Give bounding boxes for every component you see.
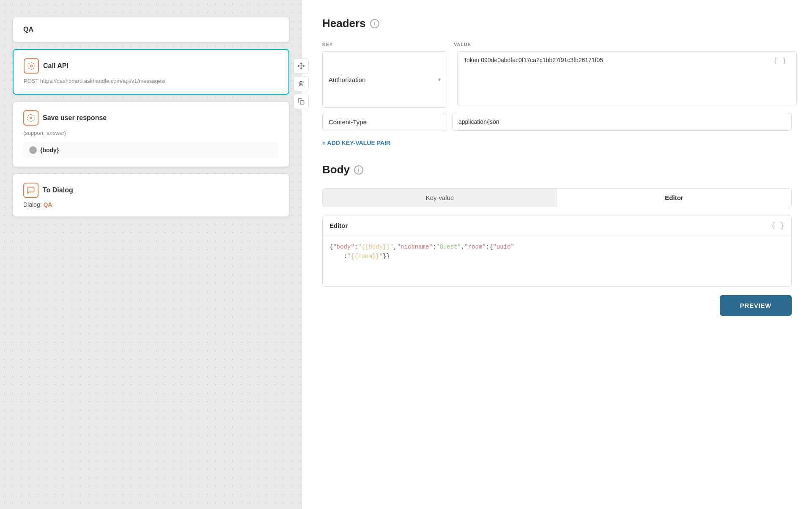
tab-key-value[interactable]: Key-value [323, 189, 557, 207]
svg-rect-1 [300, 101, 304, 104]
call-api-card[interactable]: Call API POST https://dashboard.askhandl… [13, 49, 289, 95]
authorization-value-input[interactable]: Token 090de0abdfec0f17ca2c1bb27f91c3fb26… [457, 51, 797, 106]
editor-section: Editor { } {"body":"{{body}}","nickname"… [322, 216, 792, 287]
headers-info-icon[interactable]: i [370, 19, 379, 28]
authorization-chevron-icon: ▾ [438, 77, 441, 82]
call-api-header: Call API [24, 58, 278, 74]
svg-point-0 [30, 65, 33, 67]
variable-tag: {support_answer} [23, 130, 279, 136]
editor-body[interactable]: {"body":"{{body}}","nickname":"Guest","r… [323, 235, 791, 286]
content-type-value-container [452, 113, 792, 131]
body-section-title: Body i [322, 163, 792, 176]
save-response-icon [23, 110, 38, 126]
value-label: VALUE [447, 42, 792, 47]
to-dialog-header: To Dialog [23, 183, 279, 198]
save-user-response-title: Save user response [43, 114, 107, 122]
save-user-response-card[interactable]: Save user response {support_answer} {bod… [13, 101, 289, 167]
add-key-value-button[interactable]: + ADD KEY-VALUE PAIR [322, 140, 390, 146]
body-info-icon[interactable]: i [354, 165, 363, 175]
call-api-icon [24, 58, 39, 74]
body-section: Body i Key-value Editor Editor { } {"bod… [322, 163, 792, 316]
delete-button[interactable] [294, 76, 309, 91]
header-row-content-type: Content-Type [322, 113, 792, 131]
code-line-1: {"body":"{{body}}","nickname":"Guest","r… [329, 242, 785, 252]
headers-labels: KEY VALUE [322, 42, 792, 47]
dialog-info: Dialog: QA [23, 201, 279, 208]
header-row-authorization: Authorization ▾ Token 090de0abdfec0f17ca… [322, 51, 792, 108]
editor-title: Editor [329, 222, 348, 229]
authorization-value-container: Token 090de0abdfec0f17ca2c1bb27f91c3fb26… [452, 51, 792, 108]
left-panel: QA Call API POST https://dashboard.askha… [0, 0, 302, 509]
save-user-response-header: Save user response [23, 110, 279, 126]
authorization-key-select[interactable]: Authorization ▾ [322, 51, 447, 108]
content-type-key-label: Content-Type [329, 118, 367, 126]
body-variable: {body} [23, 142, 279, 158]
headers-section-title: Headers i [322, 17, 792, 30]
authorization-curly-icon[interactable]: { } [773, 56, 787, 65]
dialog-label-text: Dialog: [23, 201, 42, 208]
content-type-value-input[interactable] [452, 113, 792, 131]
code-line-2: :"{{room}}"}} [329, 252, 785, 261]
tab-editor[interactable]: Editor [557, 189, 791, 207]
editor-header: Editor { } [323, 216, 791, 235]
editor-curly-icon[interactable]: { } [771, 221, 785, 230]
call-api-subtitle: POST https://dashboard.askhandle.com/api… [24, 77, 278, 85]
dialog-link[interactable]: QA [43, 201, 52, 208]
authorization-key-label: Authorization [329, 76, 366, 83]
qa-card-title: QA [23, 26, 279, 33]
body-variable-text: {body} [40, 147, 59, 153]
key-label: KEY [322, 42, 447, 47]
card-actions [294, 58, 309, 109]
preview-button[interactable]: PREVIEW [720, 295, 792, 316]
body-variable-dot [29, 146, 37, 154]
right-panel: Headers i KEY VALUE Authorization ▾ Toke… [302, 0, 812, 509]
to-dialog-title: To Dialog [43, 186, 73, 194]
move-button[interactable] [294, 58, 309, 74]
qa-card[interactable]: QA [13, 17, 289, 42]
body-tabs: Key-value Editor [322, 188, 792, 207]
to-dialog-icon [23, 183, 38, 198]
content-type-key-select[interactable]: Content-Type [322, 113, 447, 131]
duplicate-button[interactable] [294, 94, 309, 109]
to-dialog-card[interactable]: To Dialog Dialog: QA [13, 174, 289, 217]
call-api-title: Call API [43, 62, 69, 70]
